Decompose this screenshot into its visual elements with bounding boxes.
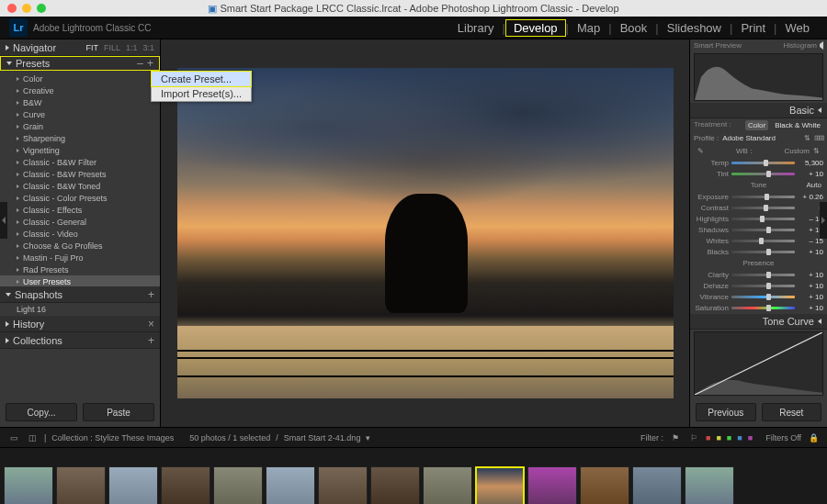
- preset-folder[interactable]: Color: [0, 73, 160, 84]
- slider-dehaze[interactable]: Dehaze+ 10: [694, 280, 823, 291]
- preset-folder[interactable]: Classic - Video: [0, 228, 160, 240]
- eyedropper-icon[interactable]: ✎: [697, 147, 704, 155]
- zoom-1-1[interactable]: 1:1: [126, 43, 138, 52]
- compare-view-icon[interactable]: ◫: [26, 431, 39, 444]
- snapshot-item[interactable]: Light 16: [0, 303, 160, 316]
- slider-vibrance[interactable]: Vibrance+ 10: [694, 291, 823, 302]
- filmstrip-thumbs[interactable]: [0, 448, 827, 504]
- slider-knob[interactable]: [766, 227, 771, 233]
- slider-knob[interactable]: [766, 294, 771, 300]
- filmstrip-thumb[interactable]: [580, 466, 629, 505]
- preset-folder[interactable]: Mastin - Fuji Pro: [0, 252, 160, 263]
- module-web[interactable]: Web: [777, 19, 819, 37]
- slider-track[interactable]: [731, 162, 795, 164]
- label-red-icon[interactable]: ■: [706, 433, 710, 442]
- module-develop[interactable]: Develop: [505, 19, 566, 37]
- add-snapshot-button[interactable]: +: [148, 288, 154, 301]
- preset-folder[interactable]: B&W: [0, 96, 160, 108]
- slider-knob[interactable]: [766, 171, 771, 177]
- filmstrip-thumb[interactable]: [527, 466, 577, 505]
- loupe-view-icon[interactable]: ▭: [7, 431, 20, 444]
- slider-value[interactable]: + 0.26: [798, 193, 823, 201]
- histogram-display[interactable]: [694, 53, 823, 101]
- slider-track[interactable]: [731, 207, 795, 209]
- treatment-bw[interactable]: Black & White: [772, 120, 823, 130]
- zoom-fit[interactable]: FIT: [85, 43, 98, 52]
- slider-value[interactable]: + 10: [798, 304, 823, 312]
- preset-folder[interactable]: Classic - General: [0, 216, 160, 228]
- slider-knob[interactable]: [765, 194, 769, 200]
- slider-knob[interactable]: [764, 160, 768, 166]
- slider-knob[interactable]: [766, 283, 771, 289]
- filmstrip-thumb[interactable]: [266, 466, 315, 505]
- slider-track[interactable]: [731, 173, 795, 175]
- add-preset-button[interactable]: +: [147, 57, 153, 70]
- label-purple-icon[interactable]: ■: [748, 433, 753, 442]
- slider-knob[interactable]: [766, 272, 771, 278]
- slider-tint[interactable]: Tint+ 10: [694, 168, 823, 179]
- preset-folder[interactable]: Curve: [0, 108, 160, 120]
- slider-knob[interactable]: [766, 249, 771, 255]
- preset-folder[interactable]: Grain: [0, 120, 160, 132]
- filmstrip-thumb[interactable]: [318, 466, 368, 505]
- wb-stepper-icon[interactable]: ⇅: [813, 147, 820, 155]
- clear-history-button[interactable]: ×: [148, 318, 154, 330]
- preset-folder[interactable]: Rad Presets: [0, 263, 160, 275]
- preset-folder[interactable]: Choose & Go Profiles: [0, 240, 160, 252]
- slider-knob[interactable]: [760, 216, 765, 222]
- preset-folder[interactable]: Creative: [0, 84, 160, 96]
- preset-folder[interactable]: Classic - B&W Presets: [0, 168, 160, 180]
- snapshots-panel-header[interactable]: Snapshots +: [0, 286, 160, 303]
- auto-tone-button[interactable]: Auto: [807, 181, 821, 189]
- slider-value[interactable]: + 10: [798, 170, 823, 178]
- module-print[interactable]: Print: [732, 19, 774, 37]
- preset-folder[interactable]: User Presets: [0, 275, 160, 286]
- module-map[interactable]: Map: [569, 19, 608, 37]
- filmstrip-thumb[interactable]: [108, 466, 158, 505]
- collection-breadcrumb[interactable]: Collection : Stylize These Images: [51, 433, 174, 442]
- profile-browser-icon[interactable]: ⊞⊞: [814, 134, 823, 142]
- filmstrip-thumb[interactable]: [213, 466, 263, 505]
- import-presets-menuitem[interactable]: Import Preset(s)...: [152, 86, 251, 101]
- filmstrip-thumb[interactable]: [685, 466, 734, 505]
- reset-button[interactable]: Reset: [762, 403, 822, 421]
- slider-track[interactable]: [731, 307, 795, 309]
- slider-clarity[interactable]: Clarity+ 10: [694, 269, 823, 280]
- slider-saturation[interactable]: Saturation+ 10: [694, 302, 823, 313]
- slider-knob[interactable]: [764, 205, 768, 211]
- slider-track[interactable]: [731, 296, 795, 298]
- paste-button[interactable]: Paste: [83, 403, 154, 421]
- slider-track[interactable]: [731, 251, 795, 253]
- slider-knob[interactable]: [766, 305, 771, 311]
- label-green-icon[interactable]: ■: [727, 433, 731, 442]
- history-panel-header[interactable]: History ×: [0, 316, 160, 332]
- filename-dropdown-icon[interactable]: ▾: [366, 433, 370, 442]
- filmstrip-thumb[interactable]: [370, 466, 420, 505]
- preset-folder[interactable]: Classic - B&W Toned: [0, 180, 160, 192]
- filmstrip-thumb[interactable]: [475, 466, 525, 505]
- slider-whites[interactable]: Whites– 15: [694, 235, 823, 246]
- module-slideshow[interactable]: Slideshow: [659, 19, 730, 37]
- preset-folder[interactable]: Sharpening: [0, 132, 160, 144]
- slider-track[interactable]: [731, 196, 795, 198]
- zoom-3-1[interactable]: 3:1: [142, 43, 154, 52]
- slider-value[interactable]: + 10: [798, 293, 823, 301]
- copy-button[interactable]: Copy...: [6, 403, 77, 421]
- remove-preset-button[interactable]: –: [137, 57, 143, 70]
- slider-temp[interactable]: Temp5,300: [694, 157, 823, 168]
- slider-value[interactable]: + 10: [798, 282, 823, 290]
- filter-lock-icon[interactable]: 🔒: [807, 431, 820, 444]
- slider-value[interactable]: 5,300: [798, 159, 823, 167]
- slider-track[interactable]: [731, 274, 795, 276]
- filmstrip-thumb[interactable]: [423, 466, 472, 505]
- zoom-fill[interactable]: FILL: [104, 43, 120, 52]
- slider-track[interactable]: [731, 218, 795, 220]
- flag-picked-icon[interactable]: ⚑: [669, 431, 682, 444]
- slider-exposure[interactable]: Exposure+ 0.26: [694, 191, 823, 202]
- left-panel-toggle[interactable]: [0, 202, 7, 239]
- preset-folder[interactable]: Vignetting: [0, 144, 160, 156]
- preset-folder[interactable]: Classic - Effects: [0, 204, 160, 216]
- profile-stepper-icon[interactable]: ⇅: [804, 134, 810, 142]
- create-preset-menuitem[interactable]: Create Preset...: [151, 71, 252, 87]
- tone-curve-panel-header[interactable]: Tone Curve: [690, 314, 827, 330]
